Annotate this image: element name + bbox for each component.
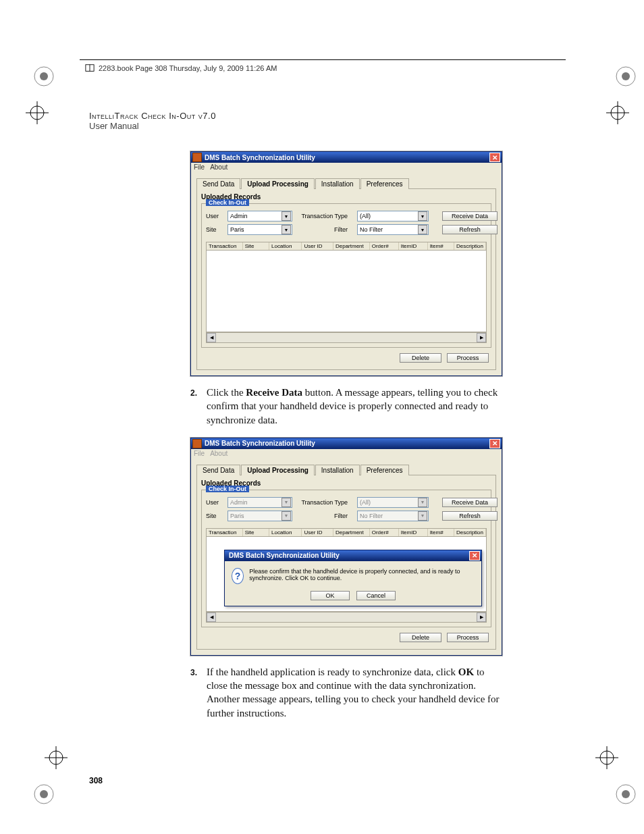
tab-installation[interactable]: Installation (315, 178, 360, 189)
col-userid[interactable]: User ID (302, 242, 333, 250)
panel: Uploaded Records Check In-Out User Admin… (196, 189, 496, 370)
col-order[interactable]: Order# (370, 242, 399, 250)
delete-button[interactable]: Delete (400, 353, 441, 363)
question-icon: ? (232, 568, 244, 584)
crop-line (80, 59, 566, 60)
filter-dropdown: No Filter ▼ (357, 511, 429, 521)
menu-about[interactable]: About (210, 163, 227, 173)
app-icon (192, 439, 202, 448)
col-description[interactable]: Description (454, 242, 486, 250)
tab-upload-processing[interactable]: Upload Processing (241, 178, 315, 189)
filter-dropdown[interactable]: No Filter ▼ (357, 224, 429, 235)
col-transaction[interactable]: Transaction (207, 242, 243, 250)
site-dropdown: Paris ▼ (227, 511, 292, 521)
svg-point-3 (622, 72, 630, 80)
trantype-value: (All) (360, 213, 371, 219)
panel: Uploaded Records Check In-Out User Admin… (196, 475, 496, 650)
screenshot2-window: DMS Batch Synchronization Utility ✕ File… (190, 438, 502, 656)
receive-data-button[interactable]: Receive Data (442, 211, 498, 221)
refresh-button[interactable]: Refresh (442, 511, 498, 521)
confirm-dialog: DMS Batch Synchronization Utility ✕ ? Pl… (224, 550, 482, 606)
group-legend: Check In-Out (206, 199, 249, 206)
col-description[interactable]: Description (454, 529, 486, 536)
col-department[interactable]: Department (333, 242, 370, 250)
col-order[interactable]: Order# (370, 529, 399, 536)
menu-about: About (210, 450, 227, 459)
step-2: 2. Click the Receive Data button. A mess… (190, 386, 501, 427)
book-icon (85, 63, 95, 73)
button-row: Delete Process (201, 627, 491, 645)
col-location[interactable]: Location (269, 529, 302, 536)
trantype-dropdown[interactable]: (All) ▼ (357, 211, 429, 221)
trantype-dropdown: (All) ▼ (357, 497, 429, 508)
label-user: User (206, 499, 227, 506)
col-site[interactable]: Site (243, 242, 269, 250)
app-icon (192, 153, 202, 162)
titlebar: DMS Batch Synchronization Utility ✕ (191, 438, 502, 449)
step-3: 3. If the handheld application is ready … (190, 665, 501, 720)
screenshot1-window: DMS Batch Synchronization Utility ✕ File… (190, 151, 502, 376)
h-scrollbar[interactable]: ◀ ▶ (206, 332, 487, 343)
user-dropdown[interactable]: Admin ▼ (227, 211, 292, 221)
product-title: IntelliTrack Check In-Out v7.0 (89, 111, 556, 121)
group-check-in-out: Check In-Out User Admin ▼ (201, 203, 491, 348)
col-itemid[interactable]: ItemID (399, 242, 428, 250)
close-icon[interactable]: ✕ (469, 551, 480, 561)
scroll-left-icon[interactable]: ◀ (207, 333, 216, 342)
close-icon[interactable]: ✕ (489, 439, 500, 448)
menu-file[interactable]: File (194, 163, 205, 173)
crop-mark-icon (614, 783, 637, 806)
crop-mark-icon (32, 783, 55, 806)
scroll-left-icon[interactable]: ◀ (207, 613, 216, 622)
modal-message: Please confirm that the handheld device … (249, 568, 475, 581)
tab-preferences[interactable]: Preferences (360, 465, 409, 475)
process-button[interactable]: Process (447, 633, 489, 642)
delete-button[interactable]: Delete (400, 633, 441, 642)
step-text: Click the Receive Data button. A message… (207, 386, 501, 427)
page-number: 308 (89, 776, 103, 785)
scroll-right-icon[interactable]: ▶ (477, 333, 486, 342)
h-scrollbar[interactable]: ◀ ▶ (206, 612, 487, 623)
chevron-down-icon: ▼ (418, 511, 427, 521)
process-button[interactable]: Process (447, 353, 489, 363)
label-trantype: Transaction Type (294, 213, 350, 219)
svg-point-13 (622, 790, 630, 798)
trantype-value: (All) (360, 499, 371, 506)
close-icon[interactable]: ✕ (489, 153, 500, 162)
site-dropdown[interactable]: Paris ▼ (227, 224, 292, 235)
tab-preferences[interactable]: Preferences (360, 178, 409, 189)
modal-title: DMS Batch Synchronization Utility (226, 552, 469, 559)
receive-data-button[interactable]: Receive Data (442, 498, 498, 507)
window-title: DMS Batch Synchronization Utility (205, 154, 489, 161)
col-itemnum[interactable]: Item# (428, 529, 454, 536)
ok-button[interactable]: OK (311, 591, 350, 600)
cancel-button[interactable]: Cancel (356, 591, 396, 600)
scroll-right-icon[interactable]: ▶ (477, 613, 486, 622)
tab-installation[interactable]: Installation (315, 465, 360, 475)
label-site: Site (206, 513, 227, 519)
tab-send-data[interactable]: Send Data (196, 465, 240, 475)
chevron-down-icon: ▼ (281, 498, 291, 507)
tab-upload-processing[interactable]: Upload Processing (241, 465, 315, 475)
crop-mark-icon (614, 65, 637, 88)
col-location[interactable]: Location (269, 242, 302, 250)
col-userid[interactable]: User ID (302, 529, 333, 536)
step-text: If the handheld application is ready to … (207, 665, 501, 720)
col-site[interactable]: Site (243, 529, 269, 536)
label-user: User (206, 213, 227, 219)
register-mark-icon (606, 101, 629, 124)
step-number: 2. (190, 386, 207, 427)
col-itemnum[interactable]: Item# (428, 242, 454, 250)
product-subtitle: User Manual (89, 121, 556, 131)
chevron-down-icon: ▼ (418, 225, 427, 234)
col-department[interactable]: Department (333, 529, 370, 536)
running-head-text: 2283.book Page 308 Thursday, July 9, 200… (99, 64, 277, 72)
chevron-down-icon: ▼ (281, 511, 291, 521)
col-itemid[interactable]: ItemID (399, 529, 428, 536)
col-transaction[interactable]: Transaction (207, 529, 243, 536)
modal-body: ? Please confirm that the handheld devic… (225, 561, 481, 591)
step-number: 3. (190, 665, 207, 720)
register-mark-icon (45, 746, 68, 769)
refresh-button[interactable]: Refresh (442, 225, 498, 234)
tab-send-data[interactable]: Send Data (196, 178, 240, 189)
